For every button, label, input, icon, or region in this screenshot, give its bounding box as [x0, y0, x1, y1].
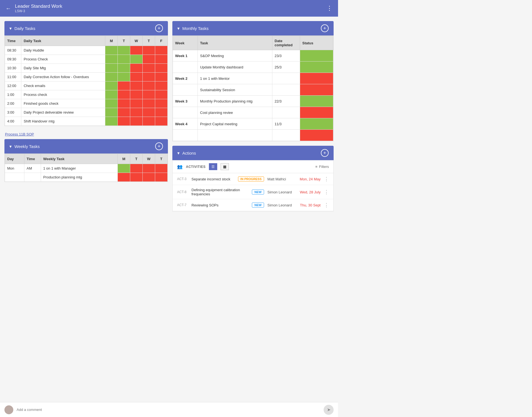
col-weekly-task: Weekly Task: [41, 154, 118, 164]
activity-more-button[interactable]: ⋮: [324, 176, 329, 182]
daily-cell-m[interactable]: [105, 55, 118, 64]
daily-cell-w[interactable]: [130, 117, 143, 126]
monthly-tasks-add-button[interactable]: +: [321, 24, 329, 32]
daily-cell-w[interactable]: [130, 64, 143, 73]
daily-cell-t[interactable]: [118, 99, 130, 108]
monthly-date: [272, 84, 300, 96]
monthly-status[interactable]: [300, 50, 333, 62]
daily-cell-th[interactable]: [143, 81, 155, 90]
daily-cell-f[interactable]: [155, 73, 168, 81]
daily-cell-w[interactable]: [130, 90, 143, 99]
weekly-cell-t[interactable]: [130, 173, 143, 182]
daily-cell-f[interactable]: [155, 46, 168, 55]
daily-cell-w[interactable]: [130, 108, 143, 117]
monthly-tasks-table: Week Task Date completed Status Week 1 S…: [173, 36, 333, 141]
daily-tasks-add-button[interactable]: +: [155, 24, 163, 32]
daily-cell-t[interactable]: [118, 108, 130, 117]
daily-cell-th[interactable]: [143, 46, 155, 55]
daily-task-row: 09:30 Process Check: [5, 55, 168, 64]
more-options-button[interactable]: ⋮: [326, 5, 332, 12]
list-view-button[interactable]: ☰: [209, 163, 217, 170]
daily-cell-th[interactable]: [143, 55, 155, 64]
daily-cell-t[interactable]: [118, 73, 130, 81]
daily-cell-m[interactable]: [105, 117, 118, 126]
daily-cell-t[interactable]: [118, 64, 130, 73]
sop-link[interactable]: Process 11B SOP: [4, 131, 168, 139]
weekly-tasks-chevron[interactable]: ▾: [9, 144, 12, 149]
monthly-week: [173, 84, 198, 96]
monthly-status[interactable]: [300, 84, 333, 96]
weekly-cell-w[interactable]: [143, 173, 155, 182]
activity-date: Thu, 30 Sept: [296, 203, 321, 207]
monthly-task-row: Cost planning reviee: [173, 107, 333, 118]
actions-add-button[interactable]: +: [321, 149, 329, 157]
daily-cell-w[interactable]: [130, 73, 143, 81]
daily-cell-w[interactable]: [130, 55, 143, 64]
activity-more-button[interactable]: ⋮: [324, 202, 329, 208]
daily-cell-f[interactable]: [155, 64, 168, 73]
col-t2: T: [143, 36, 155, 46]
monthly-task-row: Week 4 Project Capital meeting 11/3: [173, 118, 333, 130]
weekly-cell-m[interactable]: [118, 173, 130, 182]
col-f: F: [155, 36, 168, 46]
activity-more-button[interactable]: ⋮: [324, 189, 329, 195]
monthly-status[interactable]: [300, 107, 333, 118]
daily-cell-t[interactable]: [118, 55, 130, 64]
weekly-tasks-title: Weekly Tasks: [14, 144, 40, 149]
daily-cell-m[interactable]: [105, 99, 118, 108]
daily-cell-th[interactable]: [143, 64, 155, 73]
monthly-status[interactable]: [300, 73, 333, 84]
col-wt1: T: [130, 154, 143, 164]
back-button[interactable]: ←: [6, 5, 11, 12]
weekly-day: Mon: [5, 164, 24, 173]
monthly-status[interactable]: [300, 62, 333, 73]
daily-cell-m[interactable]: [105, 81, 118, 90]
monthly-status[interactable]: [300, 96, 333, 107]
monthly-tasks-chevron[interactable]: ▾: [177, 26, 180, 31]
daily-cell-f[interactable]: [155, 99, 168, 108]
daily-cell-th[interactable]: [143, 117, 155, 126]
weekly-cell-t[interactable]: [130, 164, 143, 173]
daily-cell-f[interactable]: [155, 90, 168, 99]
daily-cell-f[interactable]: [155, 55, 168, 64]
col-date-completed: Date completed: [272, 36, 300, 50]
calendar-view-button[interactable]: ▦: [221, 163, 229, 170]
daily-cell-m[interactable]: [105, 46, 118, 55]
daily-time: 09:30: [5, 55, 21, 64]
weekly-task-row: Production planning mtg: [5, 173, 168, 182]
daily-cell-th[interactable]: [143, 90, 155, 99]
monthly-task-name: 1 on 1 with Mentor: [198, 73, 272, 84]
daily-cell-m[interactable]: [105, 108, 118, 117]
daily-cell-t[interactable]: [118, 117, 130, 126]
daily-cell-w[interactable]: [130, 81, 143, 90]
daily-time: 1:00: [5, 90, 21, 99]
daily-cell-w[interactable]: [130, 99, 143, 108]
monthly-tasks-section: ▾ Monthly Tasks + Week Task Date complet…: [172, 21, 334, 141]
daily-tasks-chevron[interactable]: ▾: [9, 26, 12, 31]
daily-cell-th[interactable]: [143, 99, 155, 108]
weekly-cell-th[interactable]: [155, 173, 168, 182]
daily-cell-m[interactable]: [105, 73, 118, 81]
daily-cell-f[interactable]: [155, 81, 168, 90]
weekly-cell-th[interactable]: [155, 164, 168, 173]
weekly-cell-m[interactable]: [118, 164, 130, 173]
daily-cell-t[interactable]: [118, 46, 130, 55]
actions-chevron[interactable]: ▾: [177, 150, 180, 156]
daily-cell-f[interactable]: [155, 117, 168, 126]
daily-task-name: Process check: [21, 90, 105, 99]
daily-cell-t[interactable]: [118, 90, 130, 99]
weekly-tasks-add-button[interactable]: +: [155, 142, 163, 150]
activities-list: ACT-3 Separate incorrect stock IN PROGRE…: [173, 173, 333, 211]
daily-cell-t[interactable]: [118, 81, 130, 90]
weekly-cell-w[interactable]: [143, 164, 155, 173]
filters-button[interactable]: ≡ Filters: [315, 165, 329, 169]
daily-cell-th[interactable]: [143, 108, 155, 117]
daily-cell-m[interactable]: [105, 64, 118, 73]
daily-cell-th[interactable]: [143, 73, 155, 81]
daily-cell-f[interactable]: [155, 108, 168, 117]
daily-cell-w[interactable]: [130, 46, 143, 55]
monthly-status[interactable]: [300, 130, 333, 141]
daily-cell-m[interactable]: [105, 90, 118, 99]
monthly-status[interactable]: [300, 118, 333, 130]
weekly-task-row: Mon AM 1 on 1 with Manager: [5, 164, 168, 173]
